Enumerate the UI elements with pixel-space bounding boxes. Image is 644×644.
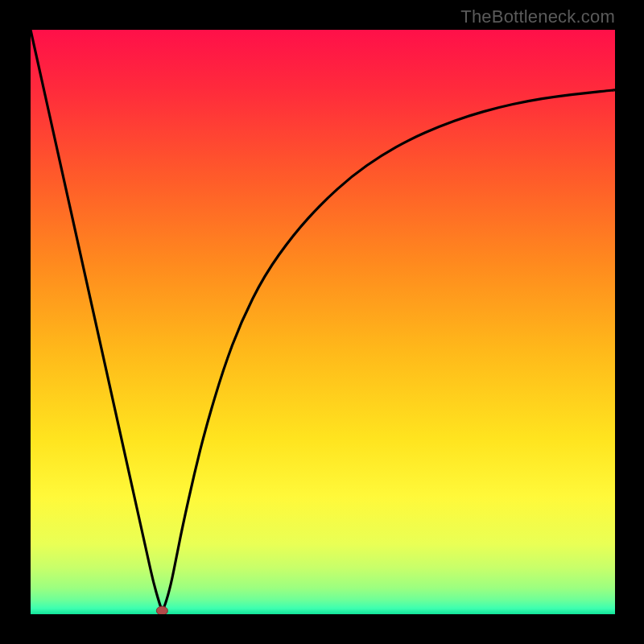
plot-area bbox=[31, 30, 615, 614]
watermark-text: TheBottleneck.com bbox=[460, 6, 615, 27]
optimal-marker bbox=[156, 606, 167, 614]
curve-layer bbox=[31, 30, 615, 614]
chart-frame: TheBottleneck.com bbox=[0, 0, 644, 644]
bottleneck-curve bbox=[31, 30, 615, 609]
